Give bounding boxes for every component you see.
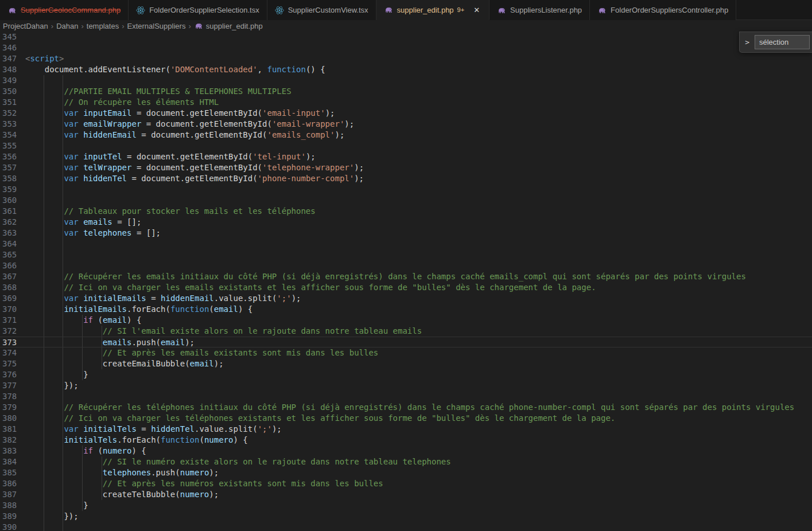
code-line[interactable]: 350 //PARTIE EMAIL MULTIPLES & TELEPHONE… (0, 86, 812, 97)
code-text: // Et après les numéros existants sont m… (25, 478, 812, 489)
code-token: ); (344, 119, 354, 128)
tab-FolderOrderSuppliersController.php[interactable]: FolderOrderSuppliersController.php (590, 0, 736, 20)
code-token: function (267, 65, 305, 74)
tab-supplier_edit.php[interactable]: supplier_edit.php9+✕ (376, 0, 489, 20)
code-line[interactable]: 358 var hiddenTel = document.getElementB… (0, 173, 812, 184)
code-token: email (214, 304, 238, 314)
line-number: 351 (0, 97, 25, 108)
code-line[interactable]: 364 (0, 239, 812, 249)
breadcrumb-item[interactable]: ExternalSuppliers (127, 22, 186, 30)
code-line[interactable]: 351 // On récupère les éléments HTML (0, 97, 812, 108)
code-line[interactable]: 365 (0, 249, 812, 260)
code-line[interactable]: 380 // Ici on va charger les téléphones … (0, 413, 812, 424)
code-line[interactable]: 387 createTelBubble(numero); (0, 489, 812, 500)
code-text (25, 32, 812, 42)
code-line[interactable]: 377 }); (0, 380, 812, 391)
breadcrumb-item[interactable]: templates (87, 22, 119, 30)
indent-guide (44, 380, 44, 391)
code-line[interactable]: 367 // Récupérer les emails initiaux du … (0, 271, 812, 282)
line-number: 370 (0, 304, 25, 315)
indent-guide (63, 162, 63, 173)
code-line[interactable]: 353 var emailWrapper = document.getEleme… (0, 119, 812, 130)
code-line[interactable]: 371 if (email) { (0, 315, 812, 326)
code-token: ); (214, 359, 224, 368)
breadcrumb-item[interactable]: Dahan (56, 22, 78, 30)
code-token: = document.getElementById( (141, 119, 272, 128)
code-line[interactable]: 372 // SI l'email existe alors on le raj… (0, 326, 812, 337)
code-line[interactable]: 366 (0, 260, 812, 271)
code-line[interactable]: 352 var inputEmail = document.getElement… (0, 108, 812, 119)
code-line[interactable]: 369 var initialEmails = hiddenEmail.valu… (0, 293, 812, 304)
code-line[interactable]: 378 (0, 391, 812, 402)
code-line[interactable]: 383 if (numero) { (0, 446, 812, 456)
code-token: numero (180, 490, 209, 499)
code-text (25, 184, 812, 195)
code-line[interactable]: 385 telephones.push(numero); (0, 467, 812, 478)
code-line-active[interactable]: 373 emails.push(email); (0, 337, 812, 348)
code-line[interactable]: 386 // Et après les numéros existants so… (0, 478, 812, 489)
code-line[interactable]: 389 }); (0, 511, 812, 522)
tab-SupplierCustomView.tsx[interactable]: SupplierCustomView.tsx (267, 0, 376, 20)
code-line[interactable]: 354 var hiddenEmail = document.getElemen… (0, 130, 812, 140)
line-number: 366 (0, 260, 25, 271)
indent-guide (63, 184, 63, 195)
code-line[interactable]: 384 // SI le numéro existe alors on le r… (0, 456, 812, 467)
code-token (25, 174, 64, 183)
code-line[interactable]: 374 // Et après les emails existants son… (0, 348, 812, 358)
breadcrumb-separator: › (188, 22, 191, 30)
tab-SuppliersListener.php[interactable]: SuppliersListener.php (489, 0, 590, 20)
breadcrumb-file[interactable]: supplier_edit.php (194, 21, 263, 30)
code-line[interactable]: 348 document.addEventListener('DOMConten… (0, 64, 812, 75)
code-line[interactable]: 362 var emails = []; (0, 217, 812, 228)
code-token: hiddenEmail (161, 294, 214, 303)
code-line[interactable]: 363 var telephones = []; (0, 228, 812, 239)
code-line[interactable]: 370 initialEmails.forEach(function(email… (0, 304, 812, 315)
indent-guide (44, 358, 44, 369)
tab-FolderOrderSupplierSelection.tsx[interactable]: FolderOrderSupplierSelection.tsx (129, 0, 267, 20)
code-token: initialTels (64, 435, 117, 444)
code-line[interactable]: 349 (0, 75, 812, 86)
code-line[interactable]: 388 } (0, 500, 812, 511)
code-line[interactable]: 390 (0, 522, 812, 531)
indent-guide (102, 467, 102, 478)
line-number: 361 (0, 206, 25, 217)
code-token (79, 163, 83, 172)
code-line[interactable]: 357 var telWrapper = document.getElement… (0, 162, 812, 173)
close-icon[interactable]: ✕ (472, 5, 481, 15)
indent-guide (44, 511, 44, 522)
code-line[interactable]: 368 // Ici on va charger les emails exis… (0, 282, 812, 293)
code-text: if (email) { (25, 315, 812, 326)
breadcrumb-separator: › (122, 22, 124, 30)
code-token (25, 228, 64, 237)
indent-guide (82, 446, 83, 456)
code-token: // Et après les numéros existants sont m… (25, 479, 383, 488)
code-line[interactable]: 356 var inputTel = document.getElementBy… (0, 151, 812, 162)
code-text: var hiddenEmail = document.getElementByI… (25, 130, 812, 140)
code-line[interactable]: 359 (0, 184, 812, 195)
code-line[interactable]: 346 (0, 42, 812, 53)
code-text: var telephones = []; (25, 228, 812, 239)
code-editor[interactable]: 345346347<script>348 document.addEventLi… (0, 32, 812, 531)
line-number: 362 (0, 217, 25, 228)
indent-guide (63, 424, 63, 435)
tab-SupplierGeolocCommand.php[interactable]: SupplierGeolocCommand.php (0, 0, 129, 20)
find-input[interactable] (755, 35, 810, 49)
code-token (25, 217, 64, 227)
code-line[interactable]: 375 createEmailBubble(email); (0, 358, 812, 369)
code-line[interactable]: 379 // Récupérer les téléphones initiaux… (0, 402, 812, 413)
code-line[interactable]: 376 } (0, 369, 812, 380)
breadcrumb-item[interactable]: ProjectDahan (3, 22, 48, 30)
code-line[interactable]: 355 (0, 140, 812, 151)
code-line[interactable]: 381 var initialTels = hiddenTel.value.sp… (0, 424, 812, 435)
line-number: 357 (0, 162, 25, 173)
indent-guide (44, 304, 44, 315)
code-line[interactable]: 360 (0, 195, 812, 206)
code-text: // Ici on va charger les téléphones exis… (25, 413, 812, 424)
code-line[interactable]: 382 initialTels.forEach(function(numero)… (0, 435, 812, 446)
code-line[interactable]: 361 // Tableaux pour stocker les mails e… (0, 206, 812, 217)
code-line[interactable]: 347<script> (0, 53, 812, 64)
find-replace-toggle chevron-right-icon[interactable]: > (744, 38, 751, 46)
indent-guide (63, 260, 63, 271)
code-line[interactable]: 345 (0, 32, 812, 42)
indent-guide (63, 467, 63, 478)
